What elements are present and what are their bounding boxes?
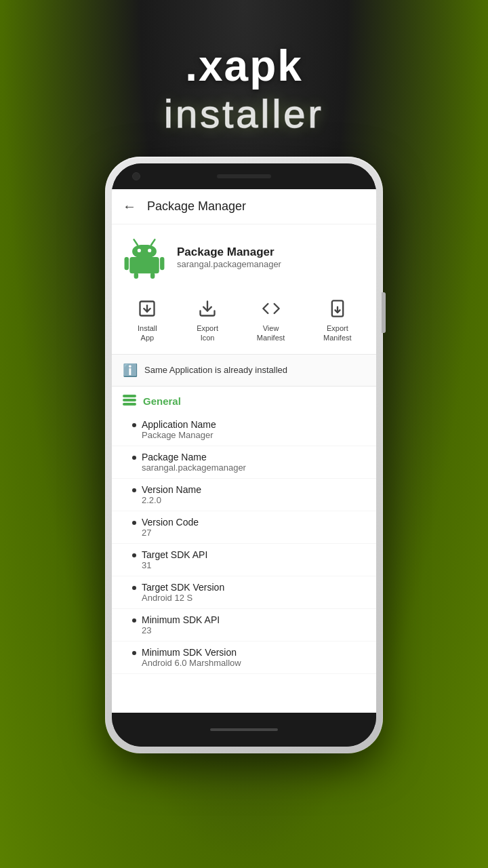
view-manifest-icon <box>260 298 282 319</box>
svg-rect-9 <box>150 273 155 279</box>
actions-row: InstallApp ExportIcon <box>112 290 376 355</box>
svg-point-3 <box>138 249 141 252</box>
svg-line-1 <box>151 239 155 245</box>
info-value: 2.2.0 <box>142 495 201 505</box>
svg-rect-16 <box>123 399 136 401</box>
app-header: Package Manager sarangal.packagemanager <box>112 224 376 290</box>
svg-line-0 <box>134 239 138 245</box>
app-title: .xapk <box>164 41 324 91</box>
install-app-label: InstallApp <box>138 323 157 343</box>
app-bar: ← Package Manager <box>112 189 376 224</box>
svg-rect-6 <box>125 257 129 270</box>
svg-rect-17 <box>123 403 136 406</box>
view-manifest-action[interactable]: ViewManifest <box>257 298 285 343</box>
bullet <box>132 651 136 655</box>
view-manifest-label: ViewManifest <box>257 323 285 343</box>
bullet <box>132 423 136 427</box>
app-name: Package Manager <box>177 245 281 259</box>
export-icon-action[interactable]: ExportIcon <box>197 298 218 343</box>
app-bar-title: Package Manager <box>147 199 246 214</box>
list-item: Target SDK API 31 <box>112 544 376 576</box>
info-label: Target SDK API <box>142 549 207 560</box>
app-package: sarangal.packagemanager <box>177 259 281 269</box>
info-value: 23 <box>142 625 220 635</box>
scroll-content[interactable]: Package Manager sarangal.packagemanager <box>112 224 376 713</box>
power-button <box>382 292 386 333</box>
list-item: Target SDK Version Android 12 S <box>112 576 376 609</box>
install-icon <box>136 298 158 319</box>
list-item: Version Name 2.2.0 <box>112 479 376 511</box>
install-app-action[interactable]: InstallApp <box>136 298 158 343</box>
bullet <box>132 521 136 525</box>
list-item: Minimum SDK API 23 <box>112 609 376 642</box>
phone-mockup: ← Package Manager <box>105 157 383 753</box>
section-header: General <box>112 387 376 414</box>
info-label: Version Code <box>142 517 199 528</box>
warning-bar: ℹ️ Same Application is already installed <box>112 355 376 387</box>
svg-rect-15 <box>123 395 136 397</box>
bullet <box>132 553 136 557</box>
speaker-grille <box>217 174 271 178</box>
info-label: Application Name <box>142 419 216 430</box>
info-label: Version Name <box>142 484 201 495</box>
info-value: Android 6.0 Marshmallow <box>142 658 241 668</box>
list-item: Version Code 27 <box>112 511 376 544</box>
info-label: Package Name <box>142 452 246 462</box>
svg-rect-8 <box>134 273 138 279</box>
info-label: Minimum SDK Version <box>142 647 241 658</box>
info-value: 31 <box>142 560 207 570</box>
screen: ← Package Manager <box>112 189 376 713</box>
app-info: Package Manager sarangal.packagemanager <box>177 245 281 269</box>
svg-rect-7 <box>160 257 164 270</box>
export-manifest-label: ExportManifest <box>323 323 352 343</box>
bullet <box>132 586 136 590</box>
export-manifest-action[interactable]: ExportManifest <box>323 298 352 343</box>
app-subtitle: installer <box>164 91 324 136</box>
section-title: General <box>143 395 181 407</box>
info-label: Target SDK Version <box>142 582 224 593</box>
info-value: Android 12 S <box>142 593 224 603</box>
info-value: Package Manager <box>142 430 216 440</box>
status-bar <box>112 163 376 189</box>
info-icon: ℹ️ <box>123 363 138 378</box>
export-manifest-icon <box>327 298 348 319</box>
info-value: 27 <box>142 528 199 538</box>
home-indicator <box>210 728 278 731</box>
svg-rect-5 <box>129 257 159 273</box>
info-label: Minimum SDK API <box>142 614 220 625</box>
bullet <box>132 456 136 460</box>
svg-rect-2 <box>132 245 157 258</box>
list-item: Minimum SDK Version Android 6.0 Marshmal… <box>112 642 376 674</box>
info-list: Application Name Package Manager Package… <box>112 414 376 674</box>
export-icon-label: ExportIcon <box>197 323 218 343</box>
bottom-bar <box>112 713 376 747</box>
warning-text: Same Application is already installed <box>144 365 287 375</box>
front-camera <box>132 172 140 180</box>
svg-point-4 <box>148 249 151 252</box>
back-button[interactable]: ← <box>123 199 136 214</box>
list-item: Application Name Package Manager <box>112 414 376 446</box>
info-value: sarangal.packagemanager <box>142 462 246 473</box>
bullet <box>132 488 136 492</box>
list-item: Package Name sarangal.packagemanager <box>112 446 376 479</box>
app-icon <box>123 235 166 279</box>
general-icon <box>123 395 136 408</box>
export-icon-icon <box>197 298 218 319</box>
bullet <box>132 618 136 623</box>
